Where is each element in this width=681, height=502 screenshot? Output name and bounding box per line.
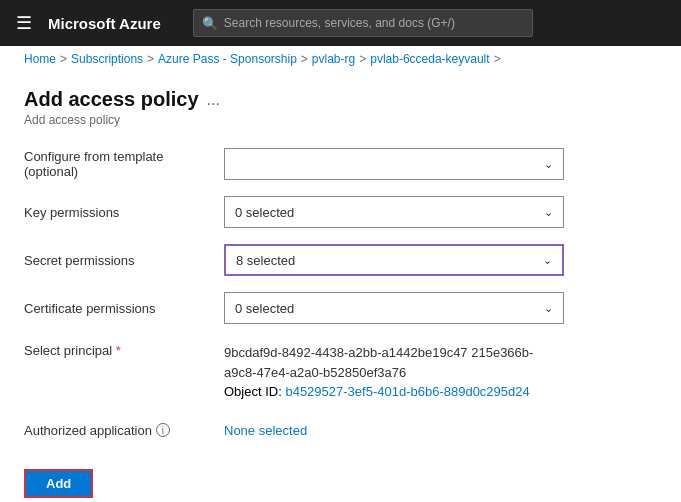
authorized-application-row: Authorized application i None selected — [24, 413, 657, 447]
page-title: Add access policy — [24, 88, 199, 111]
key-permissions-row: Key permissions 0 selected ⌄ — [24, 195, 657, 229]
select-principal-label: Select principal * — [24, 343, 224, 358]
secret-permissions-row: Secret permissions 8 selected ⌄ — [24, 243, 657, 277]
breadcrumb-keyvault[interactable]: pvlab-6cceda-keyvault — [370, 52, 489, 66]
object-id-label: Object ID: — [224, 384, 282, 399]
secret-permissions-value: 8 selected — [236, 253, 295, 268]
principal-id-text: 9bcdaf9d-8492-4438-a2bb-a1442be19c47 215… — [224, 343, 564, 382]
certificate-permissions-chevron-icon: ⌄ — [544, 302, 553, 315]
configure-template-chevron-icon: ⌄ — [544, 158, 553, 171]
authorized-app-info-icon[interactable]: i — [156, 423, 170, 437]
ellipsis-icon[interactable]: ... — [207, 91, 220, 109]
required-indicator: * — [116, 343, 121, 358]
select-principal-value-container: 9bcdaf9d-8492-4438-a2bb-a1442be19c47 215… — [224, 343, 564, 399]
page-subtitle: Add access policy — [24, 113, 657, 127]
search-placeholder-text: Search resources, services, and docs (G+… — [224, 16, 455, 30]
breadcrumb-subscriptions[interactable]: Subscriptions — [71, 52, 143, 66]
configure-template-row: Configure from template (optional) ⌄ — [24, 147, 657, 181]
key-permissions-control: 0 selected ⌄ — [224, 196, 564, 228]
key-permissions-chevron-icon: ⌄ — [544, 206, 553, 219]
secret-permissions-chevron-icon: ⌄ — [543, 254, 552, 267]
add-button[interactable]: Add — [24, 469, 93, 498]
principal-object-id-link[interactable]: b4529527-3ef5-401d-b6b6-889d0c295d24 — [285, 384, 529, 399]
certificate-permissions-row: Certificate permissions 0 selected ⌄ — [24, 291, 657, 325]
secret-permissions-dropdown[interactable]: 8 selected ⌄ — [224, 244, 564, 276]
search-icon: 🔍 — [202, 16, 218, 31]
select-principal-row: Select principal * 9bcdaf9d-8492-4438-a2… — [24, 339, 657, 399]
configure-template-dropdown[interactable]: ⌄ — [224, 148, 564, 180]
configure-template-control: ⌄ — [224, 148, 564, 180]
top-navigation: ☰ Microsoft Azure 🔍 Search resources, se… — [0, 0, 681, 46]
secret-permissions-label: Secret permissions — [24, 253, 224, 268]
key-permissions-label: Key permissions — [24, 205, 224, 220]
authorized-app-none-selected-link[interactable]: None selected — [224, 423, 307, 438]
breadcrumb-sep-1: > — [60, 52, 67, 66]
certificate-permissions-dropdown[interactable]: 0 selected ⌄ — [224, 292, 564, 324]
breadcrumb-sep-4: > — [359, 52, 366, 66]
page-title-row: Add access policy ... — [24, 88, 657, 111]
configure-template-label: Configure from template (optional) — [24, 149, 224, 179]
hamburger-menu-icon[interactable]: ☰ — [12, 8, 36, 38]
breadcrumb-sep-2: > — [147, 52, 154, 66]
breadcrumb: Home > Subscriptions > Azure Pass - Spon… — [0, 46, 681, 72]
certificate-permissions-value: 0 selected — [235, 301, 294, 316]
secret-permissions-control: 8 selected ⌄ — [224, 244, 564, 276]
certificate-permissions-control: 0 selected ⌄ — [224, 292, 564, 324]
app-title: Microsoft Azure — [48, 15, 161, 32]
breadcrumb-sep-5: > — [494, 52, 501, 66]
key-permissions-value: 0 selected — [235, 205, 294, 220]
main-content: Add access policy ... Add access policy … — [0, 72, 681, 502]
search-bar[interactable]: 🔍 Search resources, services, and docs (… — [193, 9, 533, 37]
access-policy-form: Configure from template (optional) ⌄ Key… — [24, 147, 657, 498]
authorized-application-control: None selected — [224, 423, 564, 438]
breadcrumb-home[interactable]: Home — [24, 52, 56, 66]
breadcrumb-rg[interactable]: pvlab-rg — [312, 52, 355, 66]
breadcrumb-sponsorship[interactable]: Azure Pass - Sponsorship — [158, 52, 297, 66]
certificate-permissions-label: Certificate permissions — [24, 301, 224, 316]
key-permissions-dropdown[interactable]: 0 selected ⌄ — [224, 196, 564, 228]
authorized-application-label: Authorized application i — [24, 423, 224, 438]
breadcrumb-sep-3: > — [301, 52, 308, 66]
